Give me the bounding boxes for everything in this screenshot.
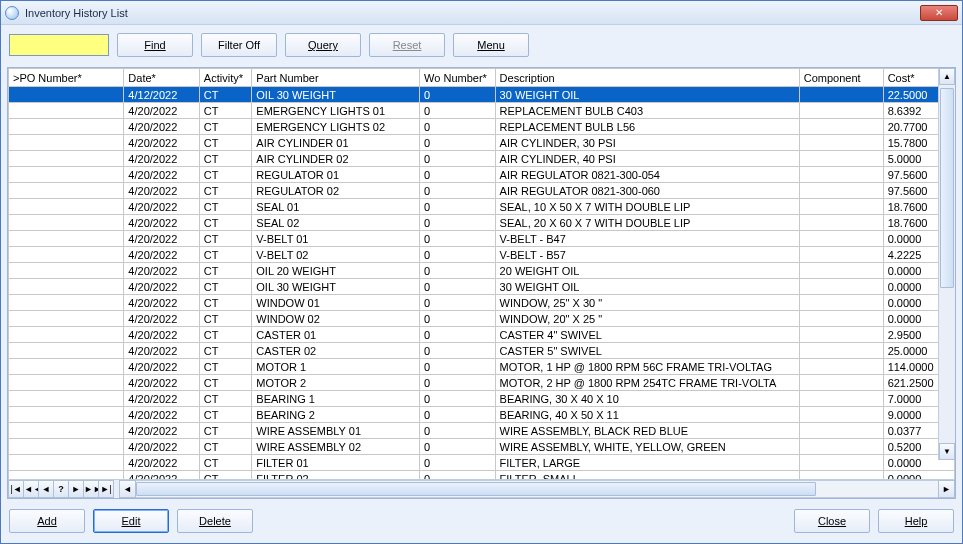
filter-off-button[interactable]: Filter Off (201, 33, 277, 57)
table-row[interactable]: 4/20/2022CTWIRE ASSEMBLY 010WIRE ASSEMBL… (9, 423, 955, 439)
cell-desc[interactable]: WINDOW, 25" X 30 " (495, 295, 799, 311)
cell-wo[interactable]: 0 (420, 311, 496, 327)
col-header-part[interactable]: Part Number (252, 69, 420, 87)
cell-comp[interactable] (799, 247, 883, 263)
cell-po[interactable] (9, 423, 124, 439)
cell-po[interactable] (9, 343, 124, 359)
cell-act[interactable]: CT (199, 135, 251, 151)
cell-comp[interactable] (799, 407, 883, 423)
cell-desc[interactable]: BEARING, 30 X 40 X 10 (495, 391, 799, 407)
table-row[interactable]: 4/20/2022CTAIR CYLINDER 010AIR CYLINDER,… (9, 135, 955, 151)
cell-wo[interactable]: 0 (420, 247, 496, 263)
cell-wo[interactable]: 0 (420, 103, 496, 119)
cell-po[interactable] (9, 215, 124, 231)
cell-part[interactable]: OIL 20 WEIGHT (252, 263, 420, 279)
add-button[interactable]: Add (9, 509, 85, 533)
cell-act[interactable]: CT (199, 439, 251, 455)
cell-act[interactable]: CT (199, 87, 251, 103)
cell-comp[interactable] (799, 167, 883, 183)
cell-desc[interactable]: WIRE ASSEMBLY, BLACK RED BLUE (495, 423, 799, 439)
cell-part[interactable]: WINDOW 02 (252, 311, 420, 327)
table-row[interactable]: 4/20/2022CTEMERGENCY LIGHTS 010REPLACEME… (9, 103, 955, 119)
cell-date[interactable]: 4/20/2022 (124, 247, 200, 263)
cell-comp[interactable] (799, 311, 883, 327)
cell-desc[interactable]: AIR REGULATOR 0821-300-054 (495, 167, 799, 183)
cell-part[interactable]: FILTER 02 (252, 471, 420, 480)
cell-desc[interactable]: MOTOR, 1 HP @ 1800 RPM 56C FRAME TRI-VOL… (495, 359, 799, 375)
cell-comp[interactable] (799, 279, 883, 295)
cell-act[interactable]: CT (199, 455, 251, 471)
cell-desc[interactable]: V-BELT - B57 (495, 247, 799, 263)
table-row[interactable]: 4/20/2022CTBEARING 20BEARING, 40 X 50 X … (9, 407, 955, 423)
cell-desc[interactable]: CASTER 5" SWIVEL (495, 343, 799, 359)
cell-comp[interactable] (799, 343, 883, 359)
cell-desc[interactable]: CASTER 4" SWIVEL (495, 327, 799, 343)
cell-comp[interactable] (799, 375, 883, 391)
cell-wo[interactable]: 0 (420, 343, 496, 359)
cell-date[interactable]: 4/12/2022 (124, 87, 200, 103)
cell-po[interactable] (9, 183, 124, 199)
nav-first-button[interactable]: |◄ (8, 480, 24, 498)
window-close-button[interactable]: ✕ (920, 5, 958, 21)
cell-act[interactable]: CT (199, 247, 251, 263)
cell-desc[interactable]: WIRE ASSEMBLY, WHITE, YELLOW, GREEN (495, 439, 799, 455)
cell-po[interactable] (9, 439, 124, 455)
table-row[interactable]: 4/20/2022CTV-BELT 010V-BELT - B470.0000 (9, 231, 955, 247)
cell-wo[interactable]: 0 (420, 279, 496, 295)
cell-act[interactable]: CT (199, 263, 251, 279)
cell-po[interactable] (9, 359, 124, 375)
cell-part[interactable]: SEAL 02 (252, 215, 420, 231)
cell-act[interactable]: CT (199, 295, 251, 311)
cell-comp[interactable] (799, 215, 883, 231)
cell-desc[interactable]: 30 WEIGHT OIL (495, 87, 799, 103)
cell-date[interactable]: 4/20/2022 (124, 231, 200, 247)
cell-comp[interactable] (799, 135, 883, 151)
find-button[interactable]: Find (117, 33, 193, 57)
table-row[interactable]: 4/20/2022CTREGULATOR 010AIR REGULATOR 08… (9, 167, 955, 183)
cell-act[interactable]: CT (199, 311, 251, 327)
cell-date[interactable]: 4/20/2022 (124, 439, 200, 455)
menu-button[interactable]: Menu (453, 33, 529, 57)
cell-po[interactable] (9, 135, 124, 151)
cell-act[interactable]: CT (199, 231, 251, 247)
cell-wo[interactable]: 0 (420, 167, 496, 183)
cell-desc[interactable]: V-BELT - B47 (495, 231, 799, 247)
cell-date[interactable]: 4/20/2022 (124, 183, 200, 199)
cell-cost[interactable]: 0.0000 (883, 471, 954, 480)
cell-act[interactable]: CT (199, 423, 251, 439)
cell-part[interactable]: REGULATOR 01 (252, 167, 420, 183)
col-header-desc[interactable]: Description (495, 69, 799, 87)
cell-comp[interactable] (799, 151, 883, 167)
nav-nextpage-button[interactable]: ►► (83, 480, 99, 498)
cell-act[interactable]: CT (199, 327, 251, 343)
cell-po[interactable] (9, 119, 124, 135)
cell-date[interactable]: 4/20/2022 (124, 343, 200, 359)
cell-comp[interactable] (799, 87, 883, 103)
cell-po[interactable] (9, 391, 124, 407)
cell-part[interactable]: MOTOR 1 (252, 359, 420, 375)
nav-prevpage-button[interactable]: ◄◄ (23, 480, 39, 498)
cell-date[interactable]: 4/20/2022 (124, 359, 200, 375)
cell-date[interactable]: 4/20/2022 (124, 199, 200, 215)
cell-comp[interactable] (799, 231, 883, 247)
table-row[interactable]: 4/20/2022CTREGULATOR 020AIR REGULATOR 08… (9, 183, 955, 199)
cell-po[interactable] (9, 103, 124, 119)
cell-date[interactable]: 4/20/2022 (124, 375, 200, 391)
cell-po[interactable] (9, 471, 124, 480)
table-row[interactable]: 4/20/2022CTSEAL 010SEAL, 10 X 50 X 7 WIT… (9, 199, 955, 215)
cell-act[interactable]: CT (199, 151, 251, 167)
cell-wo[interactable]: 0 (420, 215, 496, 231)
cell-desc[interactable]: AIR CYLINDER, 30 PSI (495, 135, 799, 151)
cell-date[interactable]: 4/20/2022 (124, 215, 200, 231)
cell-desc[interactable]: AIR REGULATOR 0821-300-060 (495, 183, 799, 199)
cell-desc[interactable]: REPLACEMENT BULB L56 (495, 119, 799, 135)
col-header-activity[interactable]: Activity* (199, 69, 251, 87)
cell-wo[interactable]: 0 (420, 87, 496, 103)
cell-po[interactable] (9, 231, 124, 247)
cell-act[interactable]: CT (199, 119, 251, 135)
cell-act[interactable]: CT (199, 103, 251, 119)
cell-part[interactable]: V-BELT 02 (252, 247, 420, 263)
cell-wo[interactable]: 0 (420, 263, 496, 279)
cell-part[interactable]: WINDOW 01 (252, 295, 420, 311)
delete-button[interactable]: Delete (177, 509, 253, 533)
